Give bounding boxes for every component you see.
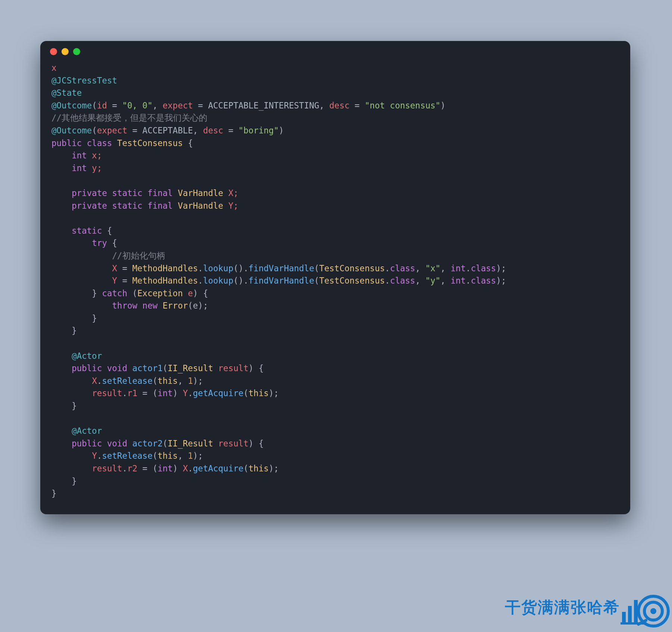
code-text xyxy=(51,451,92,461)
method-name: actor2 xyxy=(132,439,163,448)
code-text: ); xyxy=(193,376,203,386)
code-text: x; xyxy=(87,151,102,160)
code-text: Y xyxy=(112,276,117,285)
code-text: . xyxy=(122,388,128,398)
class-name: TestConsensus xyxy=(117,138,183,148)
method: findVarHandle xyxy=(248,263,314,273)
method: getAcquire xyxy=(193,388,243,398)
keyword: private xyxy=(72,201,107,211)
code-text: { xyxy=(107,238,117,248)
code-text xyxy=(51,351,72,361)
code-text: r1 xyxy=(127,388,137,398)
code-text xyxy=(51,401,72,411)
code-text: { xyxy=(183,138,193,148)
code-text xyxy=(173,188,178,198)
method: lookup xyxy=(203,276,233,285)
code-text xyxy=(102,439,107,448)
code-text: ) xyxy=(173,464,183,473)
code-text: result xyxy=(213,363,249,373)
watermark-logo-icon xyxy=(620,585,672,630)
keyword: public xyxy=(72,439,102,448)
code-text: X; xyxy=(223,188,239,198)
comment: //其他结果都接受，但是不是我们关心的 xyxy=(51,113,207,123)
code-text: . xyxy=(188,388,193,398)
code-text: , xyxy=(153,101,163,110)
code-text xyxy=(127,439,132,448)
code-text: X xyxy=(92,376,97,386)
code-text xyxy=(173,201,178,211)
code-text: x xyxy=(51,63,57,73)
keyword: int xyxy=(72,151,87,160)
code-text: = ( xyxy=(137,464,157,473)
keyword: final xyxy=(147,188,173,198)
code-text: ( xyxy=(314,263,319,273)
keyword: this xyxy=(248,464,269,473)
code-text: ); xyxy=(496,276,506,285)
type: TestConsensus xyxy=(319,276,385,285)
code-text: ); xyxy=(496,263,506,273)
code-text: ) xyxy=(440,101,446,110)
code-text: Y; xyxy=(223,201,239,211)
keyword: public xyxy=(72,363,102,373)
code-text: ) { xyxy=(248,439,264,448)
code-text: } xyxy=(72,326,77,335)
code-text xyxy=(51,188,72,198)
code-text: ) { xyxy=(193,288,208,298)
code-text: = xyxy=(117,276,132,285)
type: II_Result xyxy=(168,439,213,448)
code-text: r2 xyxy=(127,464,137,473)
code-text: ); xyxy=(269,464,279,473)
keyword: catch xyxy=(102,288,127,298)
method: setRelease xyxy=(102,451,152,461)
code-text: . xyxy=(466,263,471,273)
code-text: } xyxy=(72,401,77,411)
code-text: , xyxy=(415,276,425,285)
type: MethodHandles xyxy=(132,276,198,285)
keyword: int xyxy=(157,388,173,398)
maximize-icon[interactable] xyxy=(73,48,80,55)
code-text xyxy=(51,263,112,273)
code-text xyxy=(127,363,132,373)
code-text: ACCEPTABLE xyxy=(142,126,193,135)
code-text: ( xyxy=(127,288,137,298)
keyword: class xyxy=(87,138,112,148)
code-text: = xyxy=(193,101,208,110)
code-text: ( xyxy=(314,276,319,285)
code-text xyxy=(102,363,107,373)
code-text xyxy=(142,201,148,211)
code-text: "boring" xyxy=(238,126,279,135)
code-text: ( xyxy=(153,451,158,461)
code-text: ) { xyxy=(248,363,264,373)
keyword: void xyxy=(107,363,127,373)
code-text: = xyxy=(223,126,239,135)
code-text: = xyxy=(107,101,122,110)
watermark: 干货满满张哈希 xyxy=(505,585,672,630)
code-text: y; xyxy=(87,163,102,173)
code-text xyxy=(107,201,112,211)
keyword: static xyxy=(112,201,142,211)
code-text: } xyxy=(72,476,77,486)
code-text: (e); xyxy=(188,301,208,310)
code-text: expect xyxy=(97,126,127,135)
keyword: int xyxy=(157,464,173,473)
code-text: id xyxy=(97,101,107,110)
code-text xyxy=(51,276,112,285)
method: findVarHandle xyxy=(248,276,314,285)
code-text: . xyxy=(385,263,390,273)
code-text: } xyxy=(51,489,57,498)
code-text: result xyxy=(92,388,122,398)
code-text xyxy=(51,464,92,473)
code-text: desc xyxy=(329,101,349,110)
keyword: static xyxy=(72,226,102,236)
code-text: ); xyxy=(193,451,203,461)
method: lookup xyxy=(203,263,233,273)
code-text: ( xyxy=(163,439,168,448)
code-text xyxy=(51,363,72,373)
keyword: try xyxy=(92,238,107,248)
minimize-icon[interactable] xyxy=(62,48,69,55)
code-text: . xyxy=(97,376,102,386)
keyword: int xyxy=(450,263,466,273)
method: getAcquire xyxy=(193,464,243,473)
code-text xyxy=(51,238,92,248)
close-icon[interactable] xyxy=(50,48,57,55)
